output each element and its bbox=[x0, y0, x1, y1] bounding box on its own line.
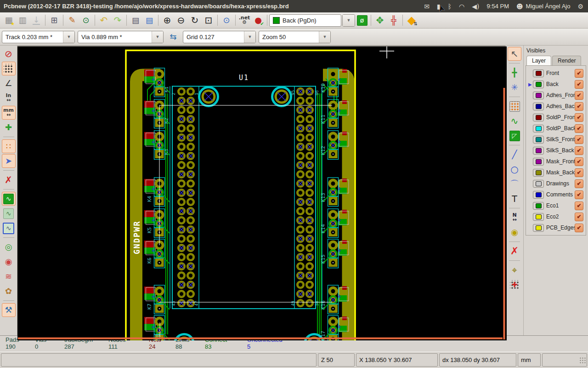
freeroute-button[interactable]: ◆⇅ bbox=[405, 13, 418, 27]
grid-select[interactable]: Grid 0.127 ▼ bbox=[183, 31, 256, 43]
add-track-button[interactable]: ∿ bbox=[508, 114, 521, 128]
tab-render[interactable]: Render bbox=[552, 56, 581, 65]
cursor-shape-button[interactable]: ✚ bbox=[2, 121, 16, 134]
find-button[interactable]: ⊙ bbox=[220, 13, 233, 27]
layer-visibility-checkbox[interactable]: ✔ bbox=[575, 224, 583, 232]
add-circle-button[interactable]: ○ bbox=[508, 162, 521, 176]
zoom-fit-button[interactable]: ⊡ bbox=[202, 13, 215, 27]
layer-color-swatch[interactable] bbox=[533, 224, 544, 232]
layer-row-soldp_front[interactable]: SoldP_Front✔ bbox=[527, 112, 585, 123]
plot-button[interactable]: ▤ bbox=[142, 13, 156, 27]
refresh-button[interactable]: ↻ bbox=[188, 13, 202, 27]
layer-color-swatch[interactable] bbox=[533, 213, 544, 221]
layer-row-mask_front[interactable]: Mask_Front✔ bbox=[527, 156, 585, 167]
zoom-in-button[interactable]: ⊕ bbox=[160, 13, 174, 27]
drc-button[interactable]: ●✔ bbox=[251, 13, 265, 27]
layer-color-swatch[interactable] bbox=[533, 147, 544, 155]
resize-grip-icon[interactable] bbox=[579, 357, 586, 363]
ratsnest-show-button[interactable]: ∷ bbox=[2, 139, 16, 153]
drc-off-button[interactable]: ⊘ bbox=[2, 47, 16, 61]
layer-color-swatch[interactable] bbox=[533, 92, 544, 99]
add-text-button[interactable]: T bbox=[508, 192, 521, 206]
layer-color-swatch[interactable] bbox=[533, 114, 544, 121]
via-size-select[interactable]: Via 0.889 mm * ▼ bbox=[78, 31, 164, 43]
pads-sketch-button[interactable]: ◎ bbox=[2, 240, 16, 254]
delete-items-button[interactable]: ✗ bbox=[508, 244, 521, 258]
units-mm-button[interactable]: mm↔ bbox=[2, 106, 16, 120]
add-zone-button[interactable]: ◸ bbox=[508, 129, 521, 143]
layer-color-swatch[interactable] bbox=[533, 80, 544, 88]
layer-visibility-checkbox[interactable]: ✔ bbox=[575, 80, 583, 89]
module-ratsnest-button[interactable]: ➤ bbox=[2, 154, 16, 168]
layer-visibility-checkbox[interactable]: ✔ bbox=[575, 201, 583, 210]
layer-visibility-checkbox[interactable]: ✔ bbox=[575, 190, 583, 199]
layer-visibility-checkbox[interactable]: ✔ bbox=[575, 124, 583, 133]
layer-color-swatch[interactable] bbox=[533, 158, 544, 166]
page-settings-button[interactable]: ⊞ bbox=[47, 13, 61, 27]
zoom-out-button[interactable]: ⊖ bbox=[174, 13, 188, 27]
username[interactable]: Miguel Ángel Ajo bbox=[526, 3, 571, 10]
netlist-button[interactable]: .net⚙ bbox=[237, 13, 251, 27]
vias-sketch-button[interactable]: ◉ bbox=[2, 255, 16, 269]
layer-color-swatch[interactable] bbox=[533, 169, 544, 177]
layers-manager-button[interactable]: ⚒ bbox=[2, 303, 16, 317]
layer-row-mask_back[interactable]: Mask_Back✔ bbox=[527, 167, 585, 178]
clock[interactable]: 9:54 PM bbox=[487, 3, 509, 10]
polar-coords-button[interactable]: ∠ bbox=[2, 76, 16, 90]
high-contrast-button[interactable]: ✿ bbox=[2, 284, 16, 298]
layer-color-swatch[interactable] bbox=[533, 191, 544, 199]
layer-row-soldp_back[interactable]: SoldP_Back✔ bbox=[527, 123, 585, 134]
tab-layer[interactable]: Layer bbox=[526, 56, 551, 65]
track-display-mode-button[interactable]: ø bbox=[355, 13, 369, 27]
layer-color-swatch[interactable] bbox=[533, 136, 544, 144]
add-line-button[interactable]: ╱ bbox=[508, 148, 521, 161]
layer-visibility-checkbox[interactable]: ✔ bbox=[575, 168, 583, 177]
local-ratsnest-button[interactable]: ✳ bbox=[508, 80, 521, 94]
print-button[interactable]: ▤ bbox=[129, 13, 142, 27]
layer-visibility-checkbox[interactable]: ✔ bbox=[575, 146, 583, 155]
add-target-button[interactable]: ◉ bbox=[508, 225, 521, 239]
layer-row-back[interactable]: ▶Back✔ bbox=[527, 79, 585, 90]
layer-visibility-checkbox[interactable]: ✔ bbox=[575, 113, 583, 122]
track-width-select[interactable]: Track 0.203 mm * ▼ bbox=[2, 31, 75, 43]
module-mode-button[interactable]: ✥ bbox=[373, 13, 387, 27]
session-gear-icon[interactable]: ⚙ bbox=[577, 3, 583, 10]
layer-row-comments[interactable]: Comments✔ bbox=[527, 189, 585, 200]
layer-visibility-checkbox[interactable]: ✔ bbox=[575, 157, 583, 166]
user-icon[interactable]: ☻ bbox=[516, 3, 523, 10]
auto-delete-track-button[interactable]: ✗ bbox=[2, 173, 16, 187]
layer-row-eco1[interactable]: Eco1✔ bbox=[527, 200, 585, 211]
pcb-canvas[interactable]: K1K2K3K4K5K6K7K8K10K11K12K13K14K15K16K17… bbox=[17, 46, 507, 340]
select-tool-button[interactable]: ↖ bbox=[508, 47, 521, 61]
undo-button[interactable]: ↶ bbox=[97, 13, 111, 27]
zoom-select[interactable]: Zoom 50 ▼ bbox=[259, 31, 331, 43]
layer-visibility-checkbox[interactable]: ✔ bbox=[575, 213, 583, 221]
zones-outline-button[interactable]: ∿ bbox=[2, 221, 16, 235]
layer-visibility-checkbox[interactable]: ✔ bbox=[575, 179, 583, 188]
layer-row-adhes_back[interactable]: Adhes_Back✔ bbox=[527, 101, 585, 112]
highlight-net-button[interactable]: ╋ bbox=[508, 66, 521, 80]
layer-row-silks_front[interactable]: SilkS_Front✔ bbox=[527, 134, 585, 145]
layer-visibility-checkbox[interactable]: ✔ bbox=[575, 91, 583, 100]
layer-select[interactable]: Back (PgDn) bbox=[269, 14, 341, 27]
zones-filled-button[interactable]: ∿ bbox=[2, 192, 16, 206]
layer-row-pcb_edges[interactable]: PCB_Edges✔ bbox=[527, 222, 585, 233]
wifi-icon[interactable]: ◠ bbox=[459, 3, 464, 10]
add-dimension-button[interactable]: N↔ bbox=[508, 211, 521, 224]
layer-color-swatch[interactable] bbox=[533, 180, 544, 188]
layer-row-eco2[interactable]: Eco2✔ bbox=[527, 211, 585, 222]
layer-row-drawings[interactable]: Drawings✔ bbox=[527, 178, 585, 189]
layer-visibility-checkbox[interactable]: ✔ bbox=[575, 102, 583, 111]
layer-row-adhes_front[interactable]: Adhes_Front✔ bbox=[527, 90, 585, 101]
module-editor-button[interactable]: ✎ bbox=[65, 13, 79, 27]
offset-origin-button[interactable]: ⌖ bbox=[508, 263, 521, 277]
layer-color-swatch[interactable] bbox=[533, 69, 544, 77]
layer-row-front[interactable]: Front✔ bbox=[527, 68, 585, 79]
mail-icon[interactable]: ✉ bbox=[424, 3, 430, 10]
layer-visibility-checkbox[interactable]: ✔ bbox=[575, 135, 583, 144]
layer-select-arrow[interactable]: ▼ bbox=[342, 14, 355, 27]
layer-color-swatch[interactable] bbox=[533, 202, 544, 210]
zones-sketch-button[interactable]: ∿ bbox=[2, 207, 16, 220]
bluetooth-icon[interactable]: ᛒ bbox=[448, 3, 452, 10]
layer-color-swatch[interactable] bbox=[533, 125, 544, 132]
